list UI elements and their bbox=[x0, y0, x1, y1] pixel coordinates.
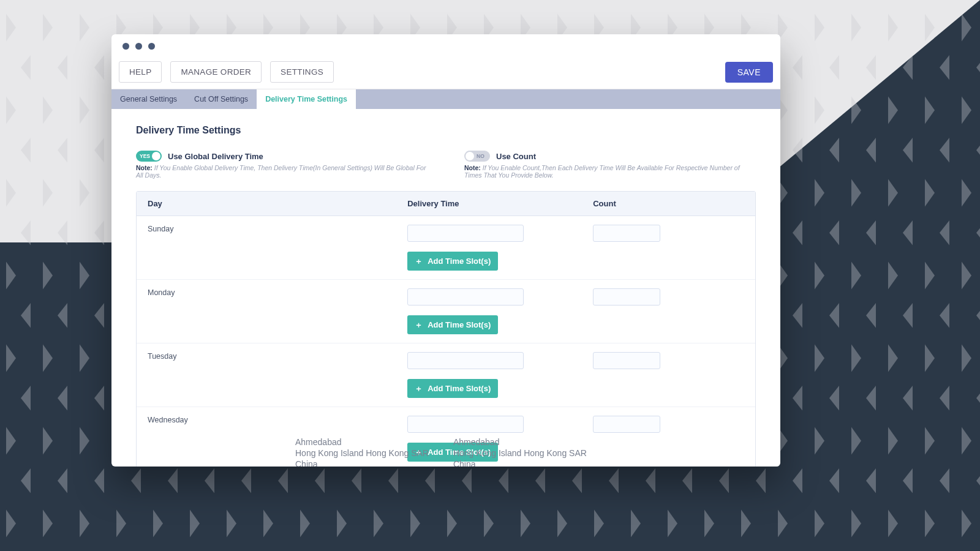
cell-day: Tuesday bbox=[137, 343, 396, 407]
delivery-time-table: Day Delivery Time Count Sunday ＋ Add Tim… bbox=[136, 191, 756, 467]
tab-general-settings[interactable]: General Settings bbox=[111, 89, 186, 109]
save-button[interactable]: SAVE bbox=[725, 62, 773, 83]
table-row: Sunday ＋ Add Time Slot(s) bbox=[137, 216, 755, 280]
plus-icon: ＋ bbox=[415, 384, 423, 392]
add-time-slot-label: Add Time Slot(s) bbox=[428, 384, 491, 393]
main-toolbar: HELP MANAGE ORDER SETTINGS SAVE bbox=[111, 58, 780, 89]
note-count: Note: If You Enable Count,Then Each Deli… bbox=[464, 164, 756, 179]
address-line: Ahmedabad bbox=[295, 437, 429, 447]
plus-icon: ＋ bbox=[415, 321, 423, 329]
note-label: Note: bbox=[464, 164, 481, 171]
delivery-time-input[interactable] bbox=[407, 352, 524, 369]
address-line: China bbox=[295, 459, 429, 467]
window-dot bbox=[135, 43, 142, 50]
window-titlebar bbox=[111, 34, 780, 58]
help-button[interactable]: HELP bbox=[119, 61, 162, 83]
add-time-slot-label: Add Time Slot(s) bbox=[428, 320, 491, 329]
page-title: Delivery Time Settings bbox=[136, 125, 756, 136]
count-input[interactable] bbox=[593, 416, 660, 433]
table-row: Tuesday ＋ Add Time Slot(s) bbox=[137, 343, 755, 407]
delivery-time-input[interactable] bbox=[407, 288, 524, 305]
window-dot bbox=[123, 43, 129, 50]
subtab-bar: General Settings Cut Off Settings Delive… bbox=[111, 89, 780, 109]
add-time-slot-label: Add Time Slot(s) bbox=[428, 257, 491, 266]
cell-day: Sunday bbox=[137, 216, 396, 279]
count-input[interactable] bbox=[593, 288, 660, 305]
th-day: Day bbox=[137, 192, 396, 216]
settings-button[interactable]: SETTINGS bbox=[270, 61, 334, 83]
note-body: If You Enable Global Delivery Time, Then… bbox=[136, 164, 426, 179]
count-input[interactable] bbox=[593, 225, 660, 242]
address-line: Ahmedabad bbox=[453, 437, 587, 447]
plus-icon: ＋ bbox=[415, 257, 423, 265]
note-body: If You Enable Count,Then Each Delivery T… bbox=[464, 164, 740, 179]
window-dot bbox=[148, 43, 155, 50]
add-time-slot-button[interactable]: ＋ Add Time Slot(s) bbox=[407, 315, 498, 334]
address-line: Hong Kong Island Hong Kong SAR bbox=[453, 448, 587, 458]
toggle-state-text: YES bbox=[140, 153, 150, 159]
cell-day: Monday bbox=[137, 280, 396, 343]
content-area: Delivery Time Settings YES Use Global De… bbox=[111, 109, 780, 467]
count-input[interactable] bbox=[593, 352, 660, 369]
note-global: Note: If You Enable Global Delivery Time… bbox=[136, 164, 428, 179]
table-row: Monday ＋ Add Time Slot(s) bbox=[137, 280, 755, 343]
app-window: HELP MANAGE ORDER SETTINGS SAVE General … bbox=[111, 34, 780, 467]
add-time-slot-button[interactable]: ＋ Add Time Slot(s) bbox=[407, 252, 498, 271]
delivery-time-input[interactable] bbox=[407, 416, 524, 433]
toggle-use-count[interactable]: NO bbox=[464, 151, 490, 162]
th-count: Count bbox=[582, 192, 755, 216]
delivery-time-input[interactable] bbox=[407, 225, 524, 242]
manage-order-button[interactable]: MANAGE ORDER bbox=[170, 61, 262, 83]
add-time-slot-button[interactable]: ＋ Add Time Slot(s) bbox=[407, 379, 498, 398]
background-address-text: Ahmedabad Hong Kong Island Hong Kong SAR… bbox=[295, 437, 597, 467]
toggle-global-delivery-time[interactable]: YES bbox=[136, 151, 162, 162]
toggle-count-label: Use Count bbox=[496, 152, 536, 161]
toggle-state-text: NO bbox=[477, 153, 484, 159]
note-label: Note: bbox=[136, 164, 153, 171]
toggle-global-label: Use Global Delivery Time bbox=[168, 152, 263, 161]
tab-delivery-time-settings[interactable]: Delivery Time Settings bbox=[257, 89, 356, 109]
address-line: Hong Kong Island Hong Kong SAR bbox=[295, 448, 429, 458]
tab-cut-off-settings[interactable]: Cut Off Settings bbox=[186, 89, 257, 109]
th-delivery-time: Delivery Time bbox=[396, 192, 582, 216]
address-line: China bbox=[453, 459, 587, 467]
